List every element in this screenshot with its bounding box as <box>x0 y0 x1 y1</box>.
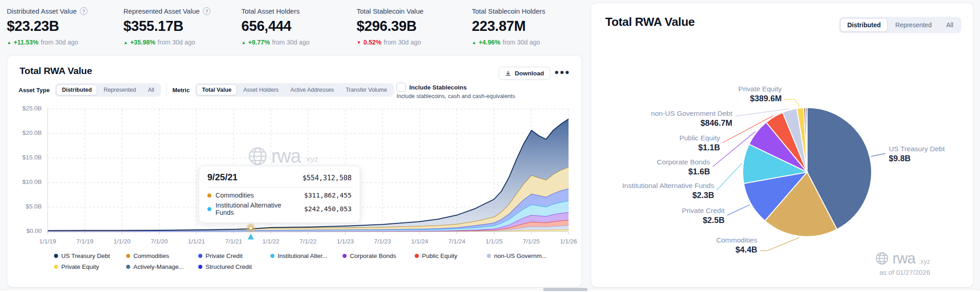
legend-item-private-credit[interactable]: Private Credit <box>198 252 270 259</box>
rwa-dashboard: Distributed Asset Value?$23.23B▲+11.53%f… <box>0 0 980 292</box>
metric-option-active-addresses[interactable]: Active Addresses <box>285 84 339 95</box>
asset-type-label: Asset Type <box>19 87 49 94</box>
stat-delta-period: from 30d ago <box>384 39 421 46</box>
pie-label-value: $4.4B <box>716 245 757 255</box>
stat-delta-period: from 30d ago <box>41 39 78 46</box>
stat-delta-percent: +11.53% <box>14 39 39 46</box>
stat-label-text: Represented Asset Value <box>123 7 200 15</box>
pie-label-value: $2.5B <box>682 215 725 226</box>
pie-label-commodities[interactable]: Commodities$4.4B <box>716 235 757 255</box>
stat-delta-percent: +35.98% <box>130 39 156 46</box>
y-tick-15: $15.0B <box>7 154 42 161</box>
y-tick-5: $5.0B <box>7 203 42 210</box>
legend-item-corporate-bonds[interactable]: Corporate Bonds <box>343 252 415 259</box>
legend-label: Institutional Alter... <box>278 252 328 259</box>
tooltip-total: $554,312,508 <box>303 174 352 182</box>
stat-represented-asset-value: Represented Asset Value?$355.17B▲+35.98%… <box>123 7 211 46</box>
metric-option-total-value[interactable]: Total Value <box>196 84 237 95</box>
legend-item-non-us-governm[interactable]: non-US Governm... <box>487 252 559 259</box>
legend-item-structured-credit[interactable]: Structured Credit <box>198 263 270 270</box>
pie-label-us-treasury-debt[interactable]: US Treasury Debt$9.8B <box>889 144 945 164</box>
asset-type-option-all[interactable]: All <box>142 84 160 95</box>
stat-distributed-asset-value: Distributed Asset Value?$23.23B▲+11.53%f… <box>7 7 88 46</box>
pie-label-private-equity[interactable]: Private Equity$389.6M <box>738 84 782 104</box>
tooltip-series-name: Institutional Alternative Funds <box>216 202 300 216</box>
rwa-xyz-watermark: rwa .xyz <box>248 145 318 167</box>
asset-type-option-represented[interactable]: Represented <box>98 84 142 95</box>
include-stablecoins-checkbox[interactable] <box>397 83 406 92</box>
stat-value: $355.17B <box>123 18 211 35</box>
include-stablecoins-block: Include Stablecoins Include stablecoins,… <box>397 83 515 99</box>
pie-label-name: Private Equity <box>738 84 782 94</box>
y-tick-0: $0.00 <box>7 228 42 234</box>
pie-leader-line-private-equity <box>784 99 800 107</box>
legend-label: Private Credit <box>206 252 243 259</box>
legend-item-private-equity[interactable]: Private Equity <box>54 263 126 270</box>
us-treasury-debt-swatch <box>54 254 58 258</box>
stat-total-stablecoin-value: Total Stablecoin Value$296.39B▼0.52%from… <box>357 7 423 46</box>
stat-value: 223.87M <box>472 18 545 35</box>
down-arrow-icon: ▼ <box>357 40 361 45</box>
pie-leader-line-private-credit <box>727 205 750 215</box>
legend-item-public-equity[interactable]: Public Equity <box>415 252 487 259</box>
stat-delta-percent: +9.77% <box>248 39 270 46</box>
pie-label-corporate-bonds[interactable]: Corporate Bonds$1.6B <box>657 157 710 177</box>
legend-item-us-treasury-debt[interactable]: US Treasury Debt <box>54 252 126 259</box>
pie-leader-line-us-treasury-debt <box>871 153 885 157</box>
pie-label-name: US Treasury Debt <box>889 144 945 153</box>
filter-divider <box>167 84 167 96</box>
pie-label-public-equity[interactable]: Public Equity$1.1B <box>679 133 720 153</box>
pie-label-private-credit[interactable]: Private Credit$2.5B <box>682 206 725 226</box>
corporate-bonds-swatch <box>343 254 347 258</box>
next-section-edge <box>0 289 980 292</box>
up-arrow-icon: ▲ <box>241 40 246 45</box>
tooltip-row-commodities: Commodities$311,862,455 <box>207 192 352 199</box>
globe-icon <box>875 252 889 265</box>
chart-tooltip: 9/25/21 $554,312,508 Commodities$311,862… <box>199 166 360 223</box>
legend-label: US Treasury Debt <box>61 252 110 259</box>
y-tick-25: $25.0B <box>7 105 42 112</box>
legend-label: Commodities <box>133 252 169 259</box>
legend-label: Corporate Bonds <box>350 252 396 259</box>
metric-label: Metric <box>172 87 190 94</box>
pie-label-institutional-alternative-funds[interactable]: Institutional Alternative Funds$2.3B <box>622 181 714 201</box>
pie-label-name: Private Credit <box>682 206 725 215</box>
watermark-text: rwa <box>892 250 915 267</box>
globe-icon <box>248 146 268 166</box>
horizontal-scrollbar-thumb[interactable] <box>543 288 588 291</box>
stat-delta-percent: 0.52% <box>363 39 382 46</box>
metric-segmented-control: Total ValueAsset HoldersActive Addresses… <box>195 83 394 97</box>
more-options-button[interactable]: ●●● <box>554 68 570 76</box>
legend-item-institutional-alter[interactable]: Institutional Alter... <box>270 252 343 259</box>
download-icon <box>505 70 511 77</box>
watermark-suffix: .xyz <box>919 258 930 265</box>
pie-label-name: Commodities <box>716 235 757 245</box>
download-button[interactable]: Download <box>499 67 551 80</box>
pie-label-name: non-US Government Debt <box>651 109 732 118</box>
pie-label-non-us-government-debt[interactable]: non-US Government Debt$846.7M <box>651 109 732 129</box>
pie-label-value: $846.7M <box>651 118 732 129</box>
as-of-date: as of 01/27/2026 <box>875 268 930 276</box>
actively-manage-swatch <box>126 265 130 269</box>
asset-type-option-distributed[interactable]: Distributed <box>56 84 97 95</box>
info-icon[interactable]: ? <box>203 7 211 15</box>
stat-label: Total Asset Holders <box>241 7 309 15</box>
pie-leader-line-commodities <box>760 238 799 251</box>
structured-credit-swatch <box>198 265 202 269</box>
legend-item-commodities[interactable]: Commodities <box>126 252 198 259</box>
private-credit-swatch <box>198 254 202 258</box>
total-rwa-value-pie-card: Total RWA Value DistributedRepresentedAl… <box>591 3 974 287</box>
selected-date-marker[interactable] <box>247 233 255 240</box>
stat-value: $296.39B <box>357 18 423 35</box>
metric-option-asset-holders[interactable]: Asset Holders <box>238 84 284 95</box>
stat-delta: ▲+9.77%from 30d ago <box>241 39 309 46</box>
tooltip-series-value: $242,450,053 <box>304 205 352 213</box>
stat-label: Distributed Asset Value? <box>7 7 88 15</box>
tooltip-series-name: Commodities <box>216 192 254 199</box>
up-arrow-icon: ▲ <box>123 40 128 45</box>
metric-option-transfer-volume[interactable]: Transfer Volume <box>340 84 392 95</box>
tooltip-series-value: $311,862,455 <box>304 192 352 199</box>
info-icon[interactable]: ? <box>80 7 88 15</box>
pie-label-name: Corporate Bonds <box>657 157 710 167</box>
legend-item-actively-manage[interactable]: Actively-Manage... <box>126 263 198 270</box>
